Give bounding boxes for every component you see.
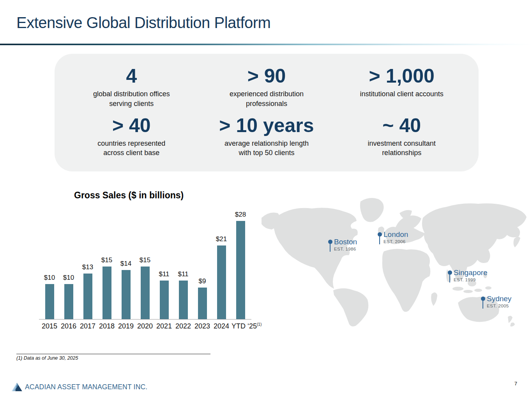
bar [179,281,188,319]
stat-caption: average relationship length with top 50 … [199,139,334,158]
bar-chart-x-labels: 2015201620172018201920202021202220232024… [39,322,251,330]
stat-value: > 40 [64,115,199,136]
bar-data-label: $14 [120,260,131,268]
x-axis-label: 2019 [117,322,135,330]
bar [122,270,131,319]
bar-column: $15 [136,256,154,319]
stats-grid: 4global distribution offices serving cli… [55,54,479,158]
office-label: SingaporeEST. 1999 [454,268,488,282]
pin-head-icon [448,270,452,275]
pin-stem-icon [449,275,451,282]
x-axis-label: 2015 [41,322,58,330]
stat-item-2: > 90experienced distribution professiona… [199,65,334,109]
chart-title: Gross Sales ($ in billions) [74,190,184,201]
office-label: BostonEST. 1986 [334,238,357,251]
office-established: EST. 1986 [334,247,357,251]
bar-column: $28 [232,211,249,319]
office-established: EST. 1999 [454,277,488,282]
bar-data-label: $21 [216,235,227,243]
gross-sales-bar-chart: $10$10$13$15$14$15$11$11$9$21$28 2015201… [39,209,251,330]
bar-column: $21 [212,235,230,319]
bar-column: $9 [193,277,211,319]
bar [45,284,54,319]
footnote-divider [16,354,210,354]
office-city: London [384,230,408,239]
stat-caption: experienced distribution professionals [199,89,334,109]
x-axis-label: 2022 [174,322,192,330]
office-label: SydneyEST. 2005 [487,295,511,308]
x-axis-label: YTD ‘25(1) [232,322,249,330]
x-axis-label: 2016 [60,322,78,330]
stat-value: > 1,000 [334,65,469,87]
x-axis-label: 2017 [79,322,97,330]
bar-chart-bars: $10$10$13$15$14$15$11$11$9$21$28 [39,209,251,320]
office-city: Sydney [487,295,511,303]
stat-caption: investment consultant relationships [334,139,469,158]
stat-item-1: 4global distribution offices serving cli… [64,65,199,109]
stat-value: ~ 40 [334,115,469,136]
bar-data-label: $28 [235,211,246,219]
company-name: ACADIAN ASSET MANAGEMENT INC. [25,383,147,391]
bar-data-label: $11 [159,270,169,278]
stat-caption: institutional client accounts [334,89,469,99]
office-city: Boston [334,238,357,246]
bar-data-label: $9 [199,277,206,285]
bar [64,284,73,319]
x-axis-label: 2023 [193,322,211,330]
office-city: Singapore [454,268,488,277]
bar-data-label: $15 [101,256,112,264]
x-axis-label: 2018 [98,322,116,330]
pin-head-icon [481,297,485,301]
bar-column: $11 [155,270,173,319]
world-map: BostonEST. 1986LondonEST. 2006SingaporeE… [255,193,532,327]
pin-stem-icon [330,244,331,252]
bar-data-label: $11 [178,270,188,278]
x-axis-label: 2020 [136,322,154,330]
title-divider [0,44,532,45]
bar [217,245,226,319]
pin-head-icon [378,232,382,237]
bar [236,221,245,319]
office-established: EST. 2006 [384,239,408,244]
bar-data-label: $13 [82,263,93,271]
pin-stem-icon [483,301,484,309]
stat-caption: countries represented across client base [64,139,199,158]
office-label: LondonEST. 2006 [384,230,408,244]
bar [103,267,111,319]
bar-column: $14 [117,260,135,319]
bar-column: $10 [41,274,58,319]
stat-caption: global distribution offices serving clie… [64,89,199,109]
bar [83,274,92,319]
bar-column: $11 [174,270,192,319]
bar [160,281,169,319]
footnote: (1) Data as of June 30, 2025 [16,355,78,361]
bar-data-label: $10 [63,274,74,282]
bar-data-label: $10 [44,274,55,282]
stat-item-5: > 10 yearsaverage relationship length wi… [199,115,334,158]
stat-value: > 10 years [199,115,334,136]
pin-stem-icon [379,237,380,244]
page-number: 7 [514,381,517,387]
stat-value: 4 [64,65,199,87]
stat-value: > 90 [199,65,334,87]
stat-item-6: ~ 40investment consultant relationships [334,115,469,158]
office-established: EST. 2005 [487,304,511,308]
x-axis-label: 2024 [212,322,230,330]
bar-data-label: $15 [140,256,150,264]
stat-item-4: > 40countries represented across client … [64,115,199,158]
acadian-logo-icon [12,383,22,391]
bar [198,288,207,319]
bar-column: $13 [79,263,97,319]
pin-head-icon [328,240,332,244]
company-logo: ACADIAN ASSET MANAGEMENT INC. [12,383,147,391]
x-axis-label: 2021 [155,322,173,330]
bar-column: $15 [98,256,116,319]
bar [141,267,150,319]
stat-item-3: > 1,000institutional client accounts [334,65,469,109]
bar-column: $10 [60,274,78,319]
page-title: Extensive Global Distribution Platform [16,14,270,32]
stats-panel: 4global distribution offices serving cli… [55,54,479,171]
